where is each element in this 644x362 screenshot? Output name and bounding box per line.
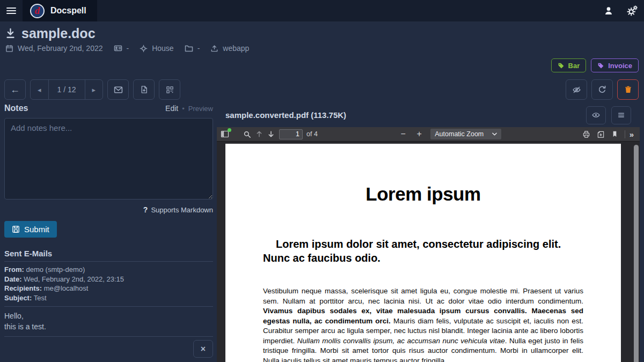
prev-page-button[interactable]: ◂ [31, 80, 48, 99]
mail-date-row: Date: Wed, February 2nd, 2022, 23:15 [4, 275, 213, 284]
item-meta-row: Wed, February 2nd, 2022 - House - webapp [5, 44, 249, 53]
item-title-row: sample.doc [5, 26, 96, 41]
question-icon: ? [143, 205, 148, 214]
qr-code-button[interactable] [159, 79, 180, 100]
settings-menu-button[interactable] [620, 0, 644, 21]
page-count-label: of 4 [306, 130, 318, 138]
mail-body-line: Hello, [4, 311, 213, 321]
print-button[interactable] [582, 130, 590, 138]
attachment-file-title: sample.converted.pdf (113.75K) [225, 110, 581, 120]
more-tools-button[interactable]: » [630, 130, 634, 139]
mail-body: Hello, this is a test. [4, 307, 213, 332]
calendar-icon [5, 45, 13, 53]
app-title: Docspell [50, 6, 86, 16]
eye-slash-icon [572, 85, 581, 94]
send-mail-button[interactable] [107, 79, 129, 100]
pdfjs-toolbar: of 4 − + Automatic Zoom [217, 127, 640, 142]
tag-label: Bar [568, 62, 580, 70]
hamburger-menu-button[interactable] [0, 0, 23, 21]
reprocess-button[interactable] [591, 79, 613, 100]
envelope-icon [114, 85, 123, 94]
mail-date-value: Wed, February 2nd, 2022, 23:15 [24, 275, 124, 283]
mail-subject-row: Subject: Test [4, 294, 213, 303]
submit-label: Submit [24, 225, 49, 234]
previous-page-button[interactable] [255, 130, 263, 138]
mail-from-value: demo (smtp-demo) [26, 265, 85, 274]
trash-icon [624, 85, 632, 94]
notes-preview-tab[interactable]: Preview [188, 105, 213, 113]
source-upload-icon [210, 45, 218, 53]
download-arrow-icon [5, 28, 16, 39]
sent-emails-heading: Sent E-Mails [4, 249, 213, 262]
download-icon [597, 130, 605, 138]
markdown-hint[interactable]: ? Supports Markdown [4, 205, 213, 214]
zoom-select[interactable]: Automatic Zoom [430, 129, 501, 139]
brand[interactable]: d Docspell [23, 0, 97, 21]
notes-textarea[interactable] [4, 118, 213, 200]
page-number-input[interactable] [279, 129, 303, 139]
item-toolbar-left: ← ◂ 1 / 12 ▸ [4, 79, 180, 100]
notes-heading: Notes [4, 104, 28, 113]
submit-notes-button[interactable]: Submit [4, 221, 57, 238]
pdf-doc-paragraph: Vestibulum neque massa, scelerisque sit … [263, 286, 583, 362]
back-button[interactable]: ← [4, 79, 26, 100]
pdf-viewer[interactable]: Lorem ipsum Lorem ipsum dolor sit amet, … [217, 142, 640, 362]
mail-meta-rows: From: demo (smtp-demo) Date: Wed, Februa… [4, 262, 213, 302]
tag-icon [558, 62, 565, 69]
toolbar-separator [625, 130, 625, 138]
next-page-button[interactable]: ▸ [85, 80, 103, 99]
printer-icon [582, 130, 590, 138]
mail-recipients-label: Recipients: [4, 284, 42, 292]
top-navbar: d Docspell [0, 0, 644, 21]
concerning-target-icon [140, 45, 148, 53]
hide-sidebar-button[interactable] [566, 79, 587, 100]
search-icon [243, 130, 251, 138]
zoom-out-button[interactable]: − [398, 129, 408, 139]
attachment-panel: sample.converted.pdf (113.75K) [217, 103, 640, 362]
arrow-down-icon [267, 130, 275, 138]
mail-body-line: this is a test. [4, 321, 213, 332]
pdf-text-segment: Vestibulum neque massa, scelerisque sit … [263, 287, 583, 305]
gears-icon [627, 5, 638, 16]
zoom-in-button[interactable]: + [414, 129, 424, 139]
find-button[interactable] [243, 130, 251, 138]
arrow-up-icon [255, 130, 263, 138]
correspondent-value: - [127, 44, 129, 53]
preview-toggle-button[interactable] [586, 106, 606, 124]
close-icon: × [201, 344, 206, 353]
item-date: Wed, February 2nd, 2022 [18, 44, 103, 53]
add-files-button[interactable] [133, 79, 155, 100]
tag-bar[interactable]: Bar [551, 58, 587, 72]
user-menu-button[interactable] [597, 0, 620, 21]
scrollbar-thumb[interactable] [634, 145, 639, 362]
mail-close-row: × [4, 336, 213, 358]
tag-invoice[interactable]: Invoice [591, 58, 639, 72]
toggle-sidebar-button[interactable] [221, 130, 229, 138]
page-nav-group: ◂ 1 / 12 ▸ [30, 79, 103, 100]
markdown-hint-label: Supports Markdown [151, 206, 213, 214]
attachment-menu-button[interactable] [611, 106, 631, 124]
mail-recipients-value: me@localhost [44, 284, 89, 292]
save-icon [12, 225, 20, 233]
pdf-doc-title: Lorem ipsum [263, 183, 583, 205]
mode-separator-dot: • [182, 105, 185, 113]
list-icon [617, 111, 625, 119]
correspondent-card-icon [114, 44, 122, 53]
current-view-button[interactable] [611, 130, 618, 138]
folder-value: - [197, 44, 200, 53]
delete-button[interactable] [617, 79, 639, 100]
concerning-value: House [152, 44, 173, 53]
redo-icon [598, 85, 606, 94]
pdf-page: Lorem ipsum Lorem ipsum dolor sit amet, … [225, 144, 621, 362]
notification-dot [228, 128, 231, 132]
sent-emails-section: Sent E-Mails From: demo (smtp-demo) Date… [4, 249, 213, 358]
file-upload-icon [140, 85, 148, 94]
download-button[interactable] [597, 130, 605, 138]
source-value: webapp [223, 44, 249, 53]
attachment-header: sample.converted.pdf (113.75K) [217, 103, 640, 127]
next-page-button-pdf[interactable] [267, 130, 275, 138]
close-mail-button[interactable]: × [193, 340, 213, 358]
notes-edit-tab[interactable]: Edit [165, 104, 178, 113]
item-toolbar-right [566, 79, 639, 100]
page-indicator: 1 / 12 [48, 80, 85, 99]
